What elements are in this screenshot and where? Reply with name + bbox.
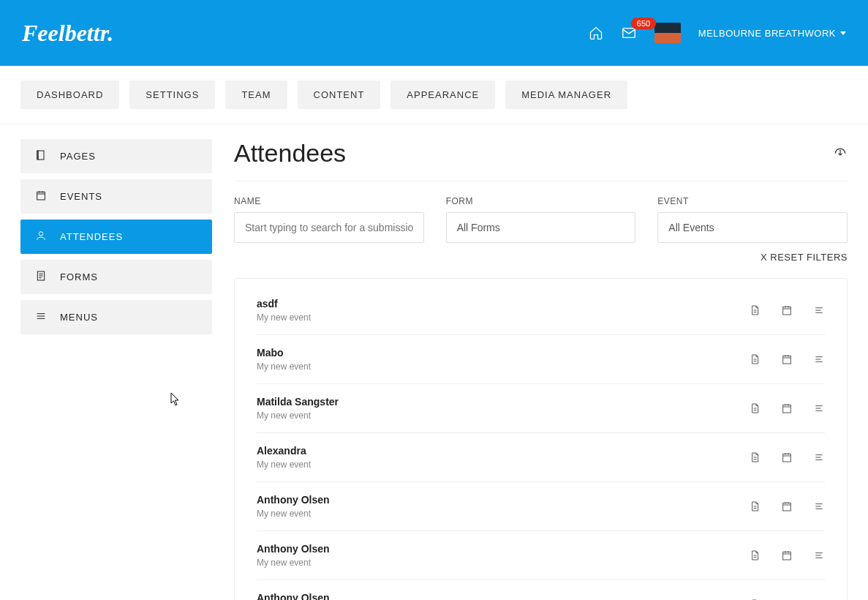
- sidebar-item-attendees[interactable]: ATTENDEES: [20, 220, 212, 254]
- document-icon[interactable]: [749, 353, 761, 365]
- list-item: MaboMy new event: [257, 335, 825, 384]
- row-text: Anthony OlsenMy new event: [257, 494, 330, 519]
- page-title: Attendees: [234, 139, 346, 168]
- attendee-name: Alexandra: [257, 445, 311, 457]
- svg-rect-3: [37, 192, 45, 200]
- document-icon[interactable]: [749, 402, 761, 414]
- list-item: asdfMy new event: [257, 286, 825, 335]
- topnav-item-dashboard[interactable]: DASHBOARD: [20, 80, 119, 109]
- svg-rect-17: [783, 307, 791, 315]
- filter-form: FORM All Forms: [446, 196, 636, 243]
- details-icon[interactable]: [813, 451, 825, 463]
- calendar-icon[interactable]: [781, 500, 793, 512]
- row-text: AlexandraMy new event: [257, 445, 311, 470]
- attendee-event: My new event: [257, 558, 330, 568]
- attendee-event: My new event: [257, 361, 311, 372]
- document-icon[interactable]: [749, 451, 761, 463]
- sidebar-item-label: PAGES: [60, 151, 96, 162]
- person-icon: [35, 230, 47, 244]
- sidebar: PAGESEVENTSATTENDEESFORMSMENUS: [20, 139, 212, 600]
- row-actions: [749, 550, 825, 561]
- download-icon[interactable]: [833, 145, 848, 162]
- mail-badge: 650: [631, 18, 656, 29]
- svg-rect-1: [38, 151, 44, 160]
- content: PAGESEVENTSATTENDEESFORMSMENUS Attendees…: [0, 124, 868, 600]
- row-text: Anthony OlsenMy new event: [257, 543, 330, 568]
- details-icon[interactable]: [813, 500, 825, 512]
- svg-rect-2: [37, 151, 38, 160]
- filter-event: EVENT All Events: [657, 196, 848, 243]
- top-nav: DASHBOARDSETTINGSTEAMCONTENTAPPEARANCEME…: [0, 66, 868, 124]
- attendee-name: Anthony Olsen: [257, 592, 330, 600]
- svg-rect-35: [783, 405, 791, 413]
- topnav-item-settings[interactable]: SETTINGS: [129, 80, 215, 109]
- form-icon: [35, 270, 47, 284]
- event-select[interactable]: All Events: [657, 212, 848, 243]
- avatar[interactable]: [654, 23, 681, 43]
- sidebar-item-forms[interactable]: FORMS: [20, 260, 212, 294]
- row-actions: [749, 451, 825, 463]
- attendee-name: Matilda Sangster: [257, 396, 339, 408]
- reset-filters-button[interactable]: X RESET FILTERS: [761, 252, 848, 263]
- details-icon[interactable]: [813, 550, 825, 561]
- topnav-item-content[interactable]: CONTENT: [298, 80, 381, 109]
- chevron-down-icon: [840, 31, 846, 35]
- sidebar-item-events[interactable]: EVENTS: [20, 179, 212, 214]
- attendee-name: Anthony Olsen: [257, 543, 330, 555]
- document-icon[interactable]: [749, 500, 761, 512]
- topnav-item-team[interactable]: TEAM: [225, 80, 287, 109]
- svg-rect-62: [783, 552, 791, 560]
- mail-icon[interactable]: 650: [621, 25, 637, 41]
- details-icon[interactable]: [813, 304, 825, 316]
- attendee-event: My new event: [257, 509, 330, 519]
- row-actions: [749, 353, 825, 365]
- attendee-name: Anthony Olsen: [257, 494, 330, 506]
- menu-icon: [35, 310, 47, 324]
- document-icon[interactable]: [749, 550, 761, 561]
- calendar-icon[interactable]: [781, 353, 793, 365]
- calendar-icon[interactable]: [781, 402, 793, 414]
- logo: Feelbettr.: [22, 20, 113, 47]
- row-actions: [749, 500, 825, 512]
- svg-rect-26: [783, 356, 791, 364]
- row-actions: [749, 304, 825, 316]
- list-item: Anthony OlsenMy new event: [257, 531, 825, 580]
- sidebar-item-pages[interactable]: PAGES: [20, 139, 212, 173]
- topnav-item-appearance[interactable]: APPEARANCE: [390, 80, 495, 109]
- calendar-icon[interactable]: [781, 451, 793, 463]
- details-icon[interactable]: [813, 402, 825, 414]
- account-name-label: MELBOURNE BREATHWORK: [698, 28, 836, 39]
- list-item: Anthony OlsenMy new event: [257, 482, 825, 531]
- form-select[interactable]: All Forms: [446, 212, 636, 243]
- filter-name-label: NAME: [234, 196, 424, 206]
- attendee-event: My new event: [257, 410, 339, 421]
- document-icon[interactable]: [749, 304, 761, 316]
- filters: NAME FORM All Forms EVENT All Events: [234, 196, 848, 243]
- list-item: AlexandraMy new event: [257, 433, 825, 482]
- calendar-icon[interactable]: [781, 304, 793, 316]
- account-dropdown[interactable]: MELBOURNE BREATHWORK: [698, 28, 846, 39]
- svg-rect-53: [783, 503, 791, 511]
- attendee-list: asdfMy new eventMaboMy new eventMatilda …: [234, 278, 848, 600]
- topnav-item-media-manager[interactable]: MEDIA MANAGER: [505, 80, 627, 109]
- details-icon[interactable]: [813, 353, 825, 365]
- search-input[interactable]: [234, 212, 424, 243]
- calendar-icon[interactable]: [781, 550, 793, 561]
- reset-row: X RESET FILTERS: [234, 250, 848, 263]
- home-icon[interactable]: [589, 26, 603, 40]
- svg-point-7: [39, 232, 42, 236]
- page-header: Attendees: [234, 139, 848, 181]
- app-header: Feelbettr. 650 MELBOURNE BREATHWORK: [0, 0, 868, 66]
- sidebar-item-menus[interactable]: MENUS: [20, 300, 212, 334]
- attendee-event: My new event: [257, 312, 311, 323]
- filter-name: NAME: [234, 196, 424, 243]
- filter-event-label: EVENT: [657, 196, 848, 206]
- main: Attendees NAME FORM All Forms EVENT All …: [234, 139, 848, 600]
- list-item: Matilda SangsterMy new event: [257, 384, 825, 433]
- filter-form-label: FORM: [446, 196, 636, 206]
- sidebar-item-label: FORMS: [60, 271, 98, 282]
- row-text: Anthony OlsenMy new event: [257, 592, 330, 600]
- header-right: 650 MELBOURNE BREATHWORK: [589, 23, 846, 43]
- attendee-event: My new event: [257, 460, 311, 470]
- row-text: MaboMy new event: [257, 347, 311, 372]
